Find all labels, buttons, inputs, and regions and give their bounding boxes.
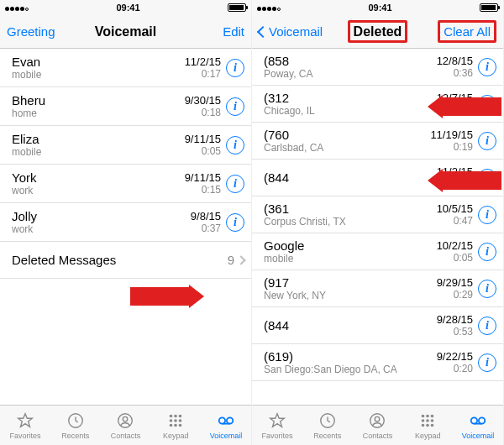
annotation-highlight: Clear All <box>438 20 496 43</box>
svg-point-28 <box>479 417 485 423</box>
info-icon[interactable]: i <box>478 317 496 335</box>
greeting-button[interactable]: Greeting <box>7 24 66 39</box>
tab-label: Contacts <box>111 432 141 440</box>
voicemail-row[interactable]: Jollywork9/8/150:37i <box>0 203 251 242</box>
voicemail-row[interactable]: (619)San Diego:San Diego DA, CA9/22/150:… <box>252 344 503 381</box>
caller-sub: New York, NY <box>264 290 437 301</box>
caller-name: York <box>12 170 185 185</box>
tab-label: Recents <box>61 432 89 440</box>
caller-name: (312 <box>264 91 437 105</box>
voicemail-row[interactable]: Evanmobile11/2/150:17i <box>0 49 251 87</box>
vm-duration: 0:47 <box>437 215 473 227</box>
vm-date: 9/22/15 <box>437 350 473 363</box>
tab-bar: FavoritesRecentsContactsKeypadVoicemail <box>252 405 503 445</box>
tab-label: Favorites <box>9 432 40 440</box>
svg-point-7 <box>174 419 177 422</box>
info-icon[interactable]: i <box>478 243 496 261</box>
annotation-arrow-icon <box>428 170 501 191</box>
vm-duration: 0:53 <box>437 326 473 338</box>
caller-sub: Chicago, IL <box>264 105 437 117</box>
info-icon[interactable]: i <box>226 175 244 193</box>
tab-recents[interactable]: Recents <box>50 406 101 445</box>
voicemail-icon <box>469 411 487 430</box>
tab-recents[interactable]: Recents <box>302 406 353 445</box>
edit-button[interactable]: Edit <box>186 24 244 39</box>
voicemail-row[interactable]: Elizamobile9/11/150:05i <box>0 126 251 165</box>
status-bar: 09:41 <box>0 0 251 15</box>
tab-label: Contacts <box>363 432 393 440</box>
caller-sub: mobile <box>264 253 437 264</box>
status-bar: 09:41 <box>252 0 503 15</box>
vm-date: 9/11/15 <box>185 133 221 145</box>
caller-sub: Carlsbad, CA <box>264 142 430 154</box>
vm-date: 10/2/15 <box>437 239 473 252</box>
voicemail-row[interactable]: (361Corpus Christi, TX10/5/150:47i <box>252 196 503 233</box>
info-icon[interactable]: i <box>226 59 244 77</box>
caller-name: Bheru <box>12 93 185 107</box>
contacts-icon <box>116 411 134 430</box>
voicemail-row[interactable]: Bheruhome9/30/150:18i <box>0 87 251 126</box>
vm-duration: 0:36 <box>437 67 473 79</box>
battery-icon <box>480 3 498 12</box>
voicemail-row[interactable]: (917New York, NY9/29/150:29i <box>252 270 503 307</box>
caller-sub: work <box>12 223 191 235</box>
caller-sub: work <box>12 185 185 196</box>
info-icon[interactable]: i <box>226 136 244 154</box>
info-icon[interactable]: i <box>226 213 244 232</box>
svg-point-23 <box>431 419 434 422</box>
info-icon[interactable]: i <box>478 353 496 372</box>
info-icon[interactable]: i <box>478 206 496 224</box>
vm-date: 12/8/15 <box>437 55 473 67</box>
caller-name: (917 <box>264 275 437 290</box>
tab-voicemail[interactable]: Voicemail <box>201 406 251 445</box>
svg-point-9 <box>170 423 173 427</box>
info-icon[interactable]: i <box>478 280 496 298</box>
back-button[interactable]: Voicemail <box>259 24 323 39</box>
voicemail-list[interactable]: Evanmobile11/2/150:17iBheruhome9/30/150:… <box>0 49 251 405</box>
recents-icon <box>318 411 337 430</box>
caller-sub: Corpus Christi, TX <box>264 216 437 228</box>
vm-date: 9/29/15 <box>437 276 473 289</box>
svg-point-12 <box>219 417 225 423</box>
svg-point-26 <box>431 423 434 427</box>
vm-duration: 0:15 <box>185 184 221 196</box>
caller-name: (844 <box>264 170 437 185</box>
vm-duration: 0:19 <box>430 141 473 153</box>
signal-dots-icon <box>5 4 29 11</box>
deleted-screen: 09:41 Voicemail Deleted Clear All (858Po… <box>252 0 504 445</box>
voicemail-row[interactable]: Yorkwork9/11/150:15i <box>0 165 251 203</box>
info-icon[interactable]: i <box>478 132 496 150</box>
tab-contacts[interactable]: Contacts <box>101 406 151 445</box>
tab-contacts[interactable]: Contacts <box>353 406 403 445</box>
voicemail-row[interactable]: (8449/28/150:53i <box>252 307 503 344</box>
clear-all-button[interactable]: Clear All <box>438 20 496 43</box>
vm-duration: 0:29 <box>437 289 473 301</box>
tab-voicemail[interactable]: Voicemail <box>453 406 503 445</box>
svg-point-18 <box>422 414 425 417</box>
vm-date: 10/5/15 <box>437 202 473 215</box>
info-icon[interactable]: i <box>478 58 496 76</box>
tab-keypad[interactable]: Keypad <box>150 406 201 445</box>
svg-point-21 <box>422 419 425 422</box>
vm-date: 9/8/15 <box>191 210 221 222</box>
tab-label: Keypad <box>415 432 441 440</box>
voicemail-row[interactable]: (858Poway, CA12/8/150:36i <box>252 49 503 86</box>
svg-point-10 <box>174 423 177 427</box>
caller-name: Eliza <box>12 132 185 146</box>
tab-label: Favorites <box>261 432 292 440</box>
chevron-left-icon <box>257 25 269 37</box>
annotation-highlight: Deleted <box>348 20 408 43</box>
vm-date: 11/19/15 <box>430 128 473 141</box>
caller-sub: San Diego:San Diego DA, CA <box>264 364 437 375</box>
voicemail-row[interactable]: Googlemobile10/2/150:05i <box>252 233 503 270</box>
caller-sub: mobile <box>12 69 185 81</box>
deleted-label: Deleted Messages <box>12 253 228 267</box>
tab-keypad[interactable]: Keypad <box>402 406 453 445</box>
tab-favorites[interactable]: Favorites <box>252 406 302 445</box>
voicemail-row[interactable]: (760Carlsbad, CA11/19/150:19i <box>252 123 503 160</box>
tab-favorites[interactable]: Favorites <box>0 406 50 445</box>
vm-duration: 0:18 <box>185 107 221 118</box>
info-icon[interactable]: i <box>226 97 244 116</box>
caller-name: (760 <box>264 128 430 142</box>
deleted-messages-row[interactable]: Deleted Messages9 <box>0 242 251 279</box>
